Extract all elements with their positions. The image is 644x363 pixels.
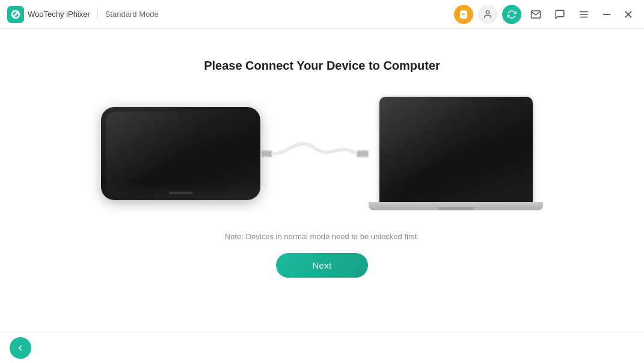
- main-content: Please Connect Your Device to Computer: [0, 29, 644, 278]
- titlebar-divider: [97, 9, 98, 20]
- phone-speaker: [169, 192, 193, 194]
- svg-rect-9: [262, 151, 271, 156]
- user-icon-button[interactable]: [478, 5, 497, 24]
- close-button[interactable]: [620, 6, 637, 23]
- bottom-bar: [0, 332, 644, 363]
- menu-icon-button[interactable]: [574, 5, 593, 24]
- connect-illustration: [0, 97, 644, 210]
- minimize-button[interactable]: [598, 6, 615, 23]
- next-button[interactable]: Next: [276, 253, 367, 278]
- laptop-illustration: [369, 97, 543, 210]
- note-text: Note: Devices in normal mode need to be …: [225, 232, 419, 241]
- cable-illustration: [260, 118, 369, 190]
- chat-icon-button[interactable]: [550, 5, 569, 24]
- titlebar: WooTechy iPhixer Standard Mode: [0, 0, 644, 29]
- laptop-base: [369, 202, 543, 210]
- titlebar-icons: [454, 5, 637, 24]
- cart-icon-button[interactable]: [454, 5, 473, 24]
- svg-point-1: [486, 11, 489, 14]
- svg-rect-5: [603, 14, 610, 15]
- phone-illustration: [101, 107, 260, 200]
- app-logo: [7, 6, 24, 23]
- svg-rect-11: [358, 151, 367, 156]
- app-name: WooTechy iPhixer: [28, 10, 90, 19]
- refresh-icon-button[interactable]: [502, 5, 521, 24]
- page-title: Please Connect Your Device to Computer: [204, 59, 440, 73]
- mode-label: Standard Mode: [105, 10, 454, 19]
- laptop-screen: [379, 97, 533, 202]
- back-button[interactable]: [10, 337, 31, 359]
- mail-icon-button[interactable]: [526, 5, 545, 24]
